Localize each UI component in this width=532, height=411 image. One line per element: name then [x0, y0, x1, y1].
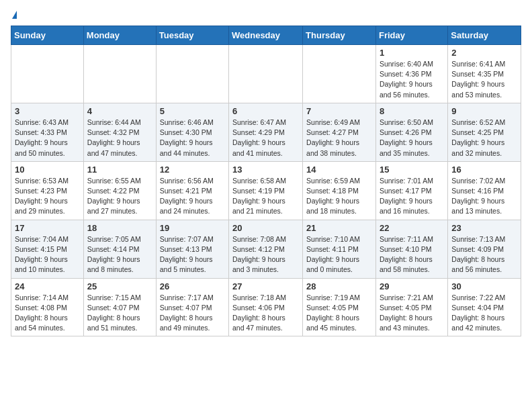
- calendar-cell: 9Sunrise: 6:52 AM Sunset: 4:25 PM Daylig…: [448, 103, 521, 161]
- day-info: Sunrise: 7:08 AM Sunset: 4:12 PM Dayligh…: [232, 234, 299, 275]
- calendar-cell: 23Sunrise: 7:13 AM Sunset: 4:09 PM Dayli…: [448, 220, 521, 278]
- calendar-cell: [11, 45, 84, 103]
- calendar-cell: 3Sunrise: 6:43 AM Sunset: 4:33 PM Daylig…: [11, 103, 84, 161]
- calendar-cell: 12Sunrise: 6:56 AM Sunset: 4:21 PM Dayli…: [156, 161, 228, 220]
- calendar-cell: 19Sunrise: 7:07 AM Sunset: 4:13 PM Dayli…: [156, 220, 228, 278]
- day-info: Sunrise: 7:21 AM Sunset: 4:05 PM Dayligh…: [380, 293, 444, 334]
- day-info: Sunrise: 6:50 AM Sunset: 4:26 PM Dayligh…: [380, 118, 444, 158]
- day-number: 13: [232, 165, 299, 175]
- day-info: Sunrise: 6:40 AM Sunset: 4:36 PM Dayligh…: [380, 59, 444, 100]
- day-info: Sunrise: 6:52 AM Sunset: 4:25 PM Dayligh…: [451, 118, 517, 158]
- calendar-cell: [156, 45, 228, 103]
- day-number: 11: [87, 165, 152, 175]
- calendar-cell: 16Sunrise: 7:02 AM Sunset: 4:16 PM Dayli…: [448, 161, 521, 220]
- day-number: 29: [380, 281, 444, 291]
- page-header: [11, 11, 521, 19]
- day-number: 25: [87, 281, 152, 291]
- day-info: Sunrise: 7:04 AM Sunset: 4:15 PM Dayligh…: [15, 234, 80, 275]
- day-number: 12: [160, 165, 225, 175]
- day-number: 3: [15, 106, 80, 116]
- day-info: Sunrise: 6:58 AM Sunset: 4:19 PM Dayligh…: [232, 176, 299, 217]
- day-info: Sunrise: 7:17 AM Sunset: 4:07 PM Dayligh…: [160, 293, 225, 334]
- day-info: Sunrise: 7:07 AM Sunset: 4:13 PM Dayligh…: [160, 234, 225, 275]
- calendar-week-row: 17Sunrise: 7:04 AM Sunset: 4:15 PM Dayli…: [11, 220, 521, 278]
- calendar-cell: 30Sunrise: 7:22 AM Sunset: 4:04 PM Dayli…: [448, 278, 521, 336]
- calendar-cell: 2Sunrise: 6:41 AM Sunset: 4:35 PM Daylig…: [448, 45, 521, 103]
- day-number: 24: [15, 281, 80, 291]
- day-header-friday: Friday: [375, 26, 447, 45]
- day-header-sunday: Sunday: [11, 26, 84, 45]
- calendar-cell: 20Sunrise: 7:08 AM Sunset: 4:12 PM Dayli…: [229, 220, 303, 278]
- calendar-header-row: SundayMondayTuesdayWednesdayThursdayFrid…: [11, 26, 521, 45]
- day-number: 2: [451, 48, 517, 58]
- day-number: 26: [160, 281, 225, 291]
- calendar-cell: 22Sunrise: 7:11 AM Sunset: 4:10 PM Dayli…: [375, 220, 447, 278]
- day-info: Sunrise: 7:10 AM Sunset: 4:11 PM Dayligh…: [306, 234, 372, 275]
- calendar-cell: 11Sunrise: 6:55 AM Sunset: 4:22 PM Dayli…: [83, 161, 156, 220]
- calendar-cell: 6Sunrise: 6:47 AM Sunset: 4:29 PM Daylig…: [229, 103, 303, 161]
- calendar-cell: 10Sunrise: 6:53 AM Sunset: 4:23 PM Dayli…: [11, 161, 84, 220]
- day-info: Sunrise: 6:59 AM Sunset: 4:18 PM Dayligh…: [306, 176, 372, 217]
- day-number: 7: [306, 106, 372, 116]
- day-number: 10: [15, 165, 80, 175]
- day-info: Sunrise: 7:19 AM Sunset: 4:05 PM Dayligh…: [306, 293, 372, 334]
- day-info: Sunrise: 6:49 AM Sunset: 4:27 PM Dayligh…: [306, 118, 372, 158]
- calendar-cell: [303, 45, 376, 103]
- calendar-week-row: 24Sunrise: 7:14 AM Sunset: 4:08 PM Dayli…: [11, 278, 521, 336]
- day-number: 8: [380, 106, 444, 116]
- calendar-cell: 29Sunrise: 7:21 AM Sunset: 4:05 PM Dayli…: [375, 278, 447, 336]
- calendar-cell: 7Sunrise: 6:49 AM Sunset: 4:27 PM Daylig…: [303, 103, 376, 161]
- calendar-week-row: 10Sunrise: 6:53 AM Sunset: 4:23 PM Dayli…: [11, 161, 521, 220]
- day-number: 19: [160, 223, 225, 233]
- day-number: 18: [87, 223, 152, 233]
- calendar-table: SundayMondayTuesdayWednesdayThursdayFrid…: [11, 26, 521, 336]
- day-info: Sunrise: 7:18 AM Sunset: 4:06 PM Dayligh…: [232, 293, 299, 334]
- calendar-cell: 8Sunrise: 6:50 AM Sunset: 4:26 PM Daylig…: [375, 103, 447, 161]
- day-info: Sunrise: 7:05 AM Sunset: 4:14 PM Dayligh…: [87, 234, 152, 275]
- day-number: 28: [306, 281, 372, 291]
- calendar-cell: 26Sunrise: 7:17 AM Sunset: 4:07 PM Dayli…: [156, 278, 228, 336]
- day-info: Sunrise: 7:14 AM Sunset: 4:08 PM Dayligh…: [15, 293, 80, 334]
- calendar-cell: [229, 45, 303, 103]
- calendar-cell: 4Sunrise: 6:44 AM Sunset: 4:32 PM Daylig…: [83, 103, 156, 161]
- calendar-cell: 13Sunrise: 6:58 AM Sunset: 4:19 PM Dayli…: [229, 161, 303, 220]
- calendar-cell: 5Sunrise: 6:46 AM Sunset: 4:30 PM Daylig…: [156, 103, 228, 161]
- calendar-cell: 28Sunrise: 7:19 AM Sunset: 4:05 PM Dayli…: [303, 278, 376, 336]
- day-info: Sunrise: 6:47 AM Sunset: 4:29 PM Dayligh…: [232, 118, 299, 158]
- day-number: 22: [380, 223, 444, 233]
- day-info: Sunrise: 7:13 AM Sunset: 4:09 PM Dayligh…: [451, 234, 517, 275]
- day-header-wednesday: Wednesday: [229, 26, 303, 45]
- day-header-saturday: Saturday: [448, 26, 521, 45]
- calendar-cell: 1Sunrise: 6:40 AM Sunset: 4:36 PM Daylig…: [375, 45, 447, 103]
- day-number: 4: [87, 106, 152, 116]
- day-info: Sunrise: 7:22 AM Sunset: 4:04 PM Dayligh…: [451, 293, 517, 334]
- calendar-cell: [83, 45, 156, 103]
- day-info: Sunrise: 7:15 AM Sunset: 4:07 PM Dayligh…: [87, 293, 152, 334]
- day-number: 23: [451, 223, 517, 233]
- calendar-cell: 17Sunrise: 7:04 AM Sunset: 4:15 PM Dayli…: [11, 220, 84, 278]
- day-info: Sunrise: 7:02 AM Sunset: 4:16 PM Dayligh…: [451, 176, 517, 217]
- calendar-week-row: 1Sunrise: 6:40 AM Sunset: 4:36 PM Daylig…: [11, 45, 521, 103]
- calendar-cell: 14Sunrise: 6:59 AM Sunset: 4:18 PM Dayli…: [303, 161, 376, 220]
- calendar-cell: 24Sunrise: 7:14 AM Sunset: 4:08 PM Dayli…: [11, 278, 84, 336]
- day-number: 14: [306, 165, 372, 175]
- day-info: Sunrise: 6:55 AM Sunset: 4:22 PM Dayligh…: [87, 176, 152, 217]
- calendar-cell: 25Sunrise: 7:15 AM Sunset: 4:07 PM Dayli…: [83, 278, 156, 336]
- calendar-cell: 18Sunrise: 7:05 AM Sunset: 4:14 PM Dayli…: [83, 220, 156, 278]
- day-info: Sunrise: 6:46 AM Sunset: 4:30 PM Dayligh…: [160, 118, 225, 158]
- day-number: 21: [306, 223, 372, 233]
- day-number: 20: [232, 223, 299, 233]
- logo-icon: [12, 11, 17, 19]
- calendar-cell: 27Sunrise: 7:18 AM Sunset: 4:06 PM Dayli…: [229, 278, 303, 336]
- day-number: 5: [160, 106, 225, 116]
- logo: [11, 11, 17, 19]
- day-info: Sunrise: 6:53 AM Sunset: 4:23 PM Dayligh…: [15, 176, 80, 217]
- day-number: 16: [451, 165, 517, 175]
- day-header-monday: Monday: [83, 26, 156, 45]
- day-info: Sunrise: 7:01 AM Sunset: 4:17 PM Dayligh…: [380, 176, 444, 217]
- calendar-week-row: 3Sunrise: 6:43 AM Sunset: 4:33 PM Daylig…: [11, 103, 521, 161]
- day-info: Sunrise: 6:41 AM Sunset: 4:35 PM Dayligh…: [451, 59, 517, 100]
- calendar-cell: 21Sunrise: 7:10 AM Sunset: 4:11 PM Dayli…: [303, 220, 376, 278]
- day-number: 9: [451, 106, 517, 116]
- day-header-tuesday: Tuesday: [156, 26, 228, 45]
